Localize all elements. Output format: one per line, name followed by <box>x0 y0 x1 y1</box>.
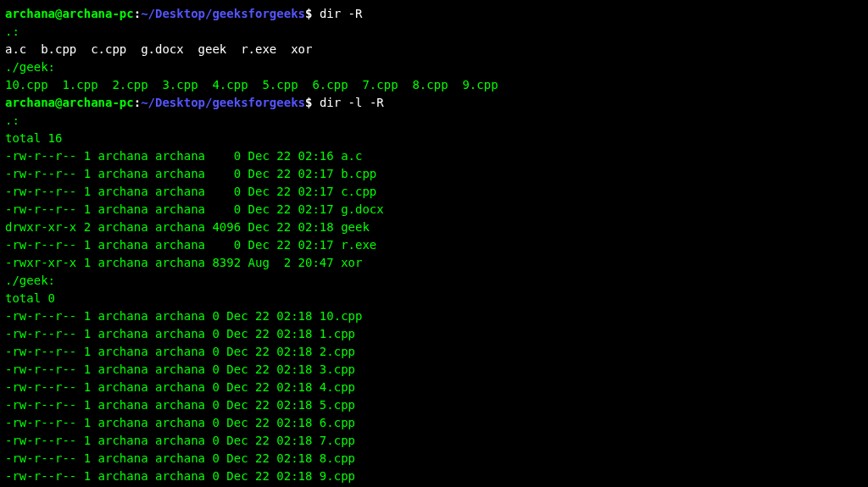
output-dir-root: .: <box>5 23 863 41</box>
cwd-path: ~/Desktop/geeksforgeeks <box>141 7 305 20</box>
output-dir-geek: ./geek: <box>5 58 863 76</box>
user-host: archana@archana-pc <box>5 96 134 109</box>
output-root-files: a.c b.cpp c.cpp g.docx geek r.exe xor <box>5 41 863 58</box>
ls-row: -rw-r--r-- 1 archana archana 0 Dec 22 02… <box>5 236 863 254</box>
ls-row: -rw-r--r-- 1 archana archana 0 Dec 22 02… <box>5 432 863 450</box>
ls-row: -rw-r--r-- 1 archana archana 0 Dec 22 02… <box>5 147 863 165</box>
colon: : <box>134 96 141 109</box>
ls-row: -rw-r--r-- 1 archana archana 0 Dec 22 02… <box>5 325 863 343</box>
user-host: archana@archana-pc <box>5 7 134 20</box>
ls-row: -rw-r--r-- 1 archana archana 0 Dec 22 02… <box>5 165 863 183</box>
ls-row: -rw-r--r-- 1 archana archana 0 Dec 22 02… <box>5 379 863 396</box>
ls-row: -rw-r--r-- 1 archana archana 0 Dec 22 02… <box>5 201 863 219</box>
output2-total-root: total 16 <box>5 130 863 147</box>
command-1 <box>312 7 319 20</box>
ls-row: -rw-r--r-- 1 archana archana 0 Dec 22 02… <box>5 307 863 325</box>
ls-row: -rw-r--r-- 1 archana archana 0 Dec 22 02… <box>5 450 863 468</box>
output2-dir-root: .: <box>5 112 863 130</box>
prompt-line-2: archana@archana-pc:~/Desktop/geeksforgee… <box>5 94 863 112</box>
prompt-line-1: archana@archana-pc:~/Desktop/geeksforgee… <box>5 5 863 23</box>
ls-row: -rw-r--r-- 1 archana archana 0 Dec 22 02… <box>5 414 863 432</box>
ls-row: -rwxr-xr-x 1 archana archana 8392 Aug 2 … <box>5 254 863 272</box>
colon: : <box>134 7 141 20</box>
command-2-text: dir -l -R <box>320 96 384 109</box>
output2-dir-geek: ./geek: <box>5 272 863 290</box>
cwd-path: ~/Desktop/geeksforgeeks <box>141 96 305 109</box>
ls-row: drwxr-xr-x 2 archana archana 4096 Dec 22… <box>5 219 863 236</box>
command-2 <box>312 96 319 109</box>
ls-row: -rw-r--r-- 1 archana archana 0 Dec 22 02… <box>5 396 863 414</box>
ls-row: -rw-r--r-- 1 archana archana 0 Dec 22 02… <box>5 183 863 201</box>
terminal[interactable]: archana@archana-pc:~/Desktop/geeksforgee… <box>5 5 863 487</box>
command-1-text: dir -R <box>320 7 363 20</box>
ls-row: -rw-r--r-- 1 archana archana 0 Dec 22 02… <box>5 361 863 379</box>
ls-row: -rw-r--r-- 1 archana archana 0 Dec 22 02… <box>5 468 863 485</box>
output-geek-files: 10.cpp 1.cpp 2.cpp 3.cpp 4.cpp 5.cpp 6.c… <box>5 76 863 94</box>
output2-total-geek: total 0 <box>5 290 863 307</box>
ls-row: -rw-r--r-- 1 archana archana 0 Dec 22 02… <box>5 343 863 361</box>
